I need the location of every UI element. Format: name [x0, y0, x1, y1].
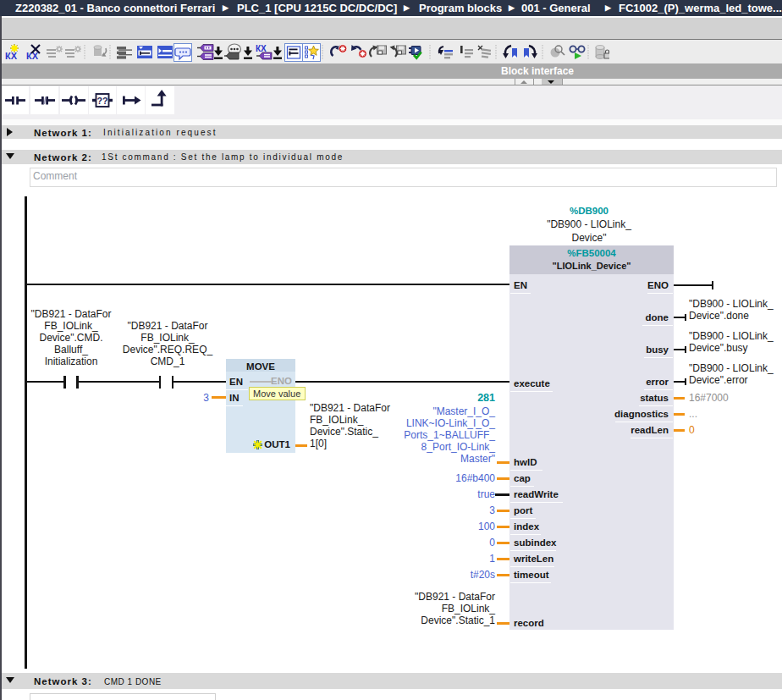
svg-text:??: ?? — [97, 96, 108, 106]
svg-text:КХ: КХ — [256, 44, 267, 53]
svg-text:КХ: КХ — [5, 51, 18, 61]
